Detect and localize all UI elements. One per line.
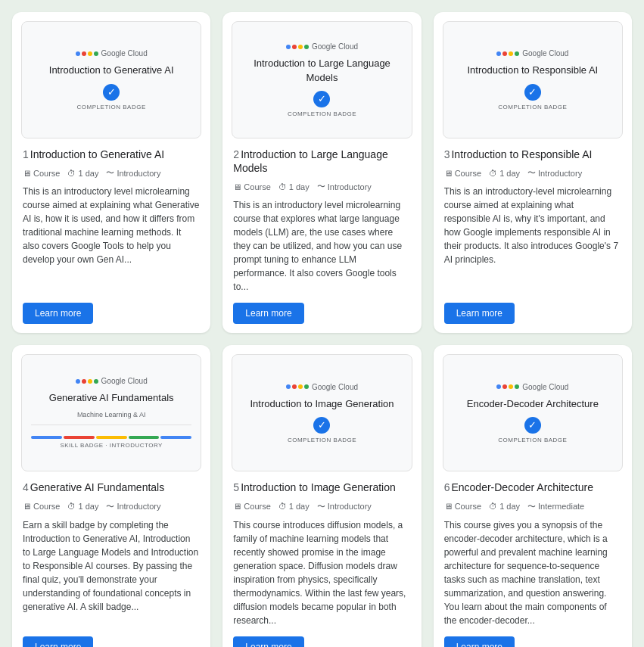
card-title: 5Introduction to Image Generation [233,481,410,494]
clock-icon: ⏱ [489,169,497,178]
learn-more-button[interactable]: Learn more [444,636,515,647]
course-type-label: Course [244,502,270,511]
course-card-2: Google Cloud Introduction to Large Langu… [222,12,421,333]
thumbnail-title: Generative AI Fundamentals [49,391,174,405]
level-meta: 〜 Introductory [106,167,160,179]
card-number: 5 [233,481,239,493]
course-icon: 🖥 [233,182,241,191]
duration-meta: ⏱ 1 day [67,502,98,511]
duration-meta: ⏱ 1 day [278,502,310,511]
course-card-4: Google Cloud Generative AI Fundamentals … [12,345,210,647]
duration-meta: ⏱ 1 day [67,169,98,178]
duration-meta: ⏱ 1 day [489,169,520,178]
level-meta: 〜 Introductory [527,167,582,179]
level-meta: 〜 Introductory [317,181,372,192]
card-thumbnail: Google Cloud Generative AI Fundamentals … [21,354,201,471]
clock-icon: ⏱ [278,182,287,191]
level-meta: 〜 Introductory [106,501,160,512]
course-type-meta: 🖥 Course [444,169,481,178]
logo-text: Google Cloud [522,49,568,58]
duration-meta: ⏱ 1 day [489,502,520,511]
badge-label: Completion Badge [288,110,356,117]
card-body: 4Generative AI Fundamentals 🖥 Course ⏱ 1… [12,471,210,647]
card-number: 4 [23,481,29,493]
card-thumbnail: Google Cloud Introduction to Generative … [21,21,201,138]
card-meta: 🖥 Course ⏱ 1 day 〜 Introductory [23,167,200,179]
course-icon: 🖥 [233,502,241,511]
card-body: 5Introduction to Image Generation 🖥 Cour… [222,471,421,647]
check-icon: ✓ [103,84,120,101]
badge-label: Completion Badge [498,104,567,110]
card-thumbnail: Google Cloud Introduction to Responsible… [443,21,623,138]
card-thumbnail: Google Cloud Encoder-Decoder Architectur… [443,354,623,471]
course-type-label: Course [244,182,270,191]
card-body: 6Encoder-Decoder Architecture 🖥 Course ⏱… [434,471,632,647]
completion-badge-area: ✓ Completion Badge [498,84,567,110]
thumbnail-title: Encoder-Decoder Architecture [467,397,599,411]
completion-badge-area: ✓ Completion Badge [498,417,567,443]
clock-icon: ⏱ [67,169,76,178]
badge-label: Completion Badge [288,437,356,443]
card-title: 6Encoder-Decoder Architecture [444,481,621,494]
clock-icon: ⏱ [278,502,287,511]
course-type-meta: 🖥 Course [444,502,481,511]
card-number: 1 [23,148,29,160]
course-icon: 🖥 [444,169,453,178]
learn-more-button[interactable]: Learn more [444,303,515,324]
level-icon: 〜 [527,501,536,512]
logo-text: Google Cloud [101,377,148,385]
course-type-label: Course [455,502,481,511]
course-type-label: Course [33,502,60,511]
learn-more-button[interactable]: Learn more [23,636,93,647]
card-body: 1Introduction to Generative AI 🖥 Course … [12,138,210,333]
duration-label: 1 day [499,169,520,178]
level-label: Introductory [117,502,160,511]
course-icon: 🖥 [23,169,31,178]
level-icon: 〜 [527,167,536,179]
course-card-5: Google Cloud Introduction to Image Gener… [222,345,421,647]
course-card-3: Google Cloud Introduction to Responsible… [434,12,632,333]
learn-more-button[interactable]: Learn more [23,303,93,324]
level-icon: 〜 [317,181,325,192]
level-icon: 〜 [317,501,325,512]
thumbnail-title: Introduction to Large Language Models [241,57,402,84]
card-number: 6 [444,481,450,493]
google-cloud-logo: Google Cloud [76,377,148,385]
check-icon: ✓ [524,84,541,101]
google-cloud-logo: Google Cloud [286,383,358,391]
course-type-meta: 🖥 Course [23,502,60,511]
card-description: This is an introductory level microlearn… [23,185,200,294]
ml-ai-subtitle: Machine Learning & AI [77,411,146,418]
course-type-meta: 🖥 Course [233,502,270,511]
card-thumbnail: Google Cloud Introduction to Large Langu… [232,21,412,138]
learn-more-button[interactable]: Learn more [233,303,303,324]
clock-icon: ⏱ [67,502,76,511]
course-card-6: Google Cloud Encoder-Decoder Architectur… [434,345,632,647]
clock-icon: ⏱ [489,502,497,511]
logo-text: Google Cloud [312,42,358,51]
duration-label: 1 day [78,169,98,178]
card-description: This course gives you a synopsis of the … [444,518,621,627]
card-description: This is an introductory-level microlearn… [444,185,621,294]
card-thumbnail: Google Cloud Introduction to Image Gener… [232,354,412,471]
logo-text: Google Cloud [522,383,568,391]
badge-label: Completion Badge [498,437,567,443]
learn-more-button[interactable]: Learn more [233,636,303,647]
card-number: 2 [233,148,239,160]
card-meta: 🖥 Course ⏱ 1 day 〜 Introductory [233,181,410,192]
duration-label: 1 day [78,502,98,511]
level-label: Intermediate [538,502,584,511]
logo-text: Google Cloud [312,383,358,391]
completion-badge-area: ✓ Completion Badge [288,417,356,443]
google-cloud-logo: Google Cloud [286,42,358,51]
duration-label: 1 day [289,182,310,191]
level-label: Introductory [117,169,160,178]
card-title: 4Generative AI Fundamentals [23,481,200,494]
card-description: This course introduces diffusion models,… [233,518,410,627]
course-type-label: Course [33,169,60,178]
logo-text: Google Cloud [101,49,148,58]
course-icon: 🖥 [23,502,31,511]
card-meta: 🖥 Course ⏱ 1 day 〜 Introductory [23,501,200,512]
check-icon: ✓ [313,91,330,107]
duration-meta: ⏱ 1 day [278,182,310,191]
